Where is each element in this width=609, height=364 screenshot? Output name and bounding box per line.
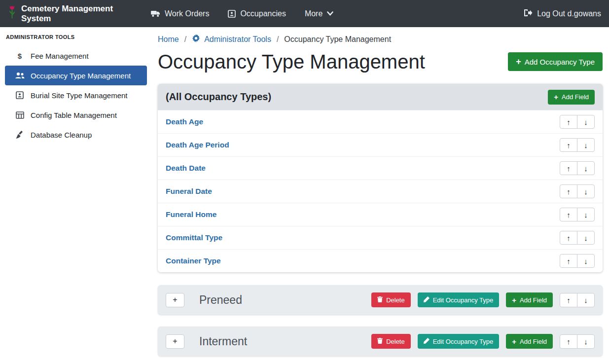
field-link[interactable]: Death Age	[166, 117, 203, 126]
move-up-button[interactable]: ↑	[560, 334, 577, 349]
reorder-buttons: ↑ ↓	[560, 231, 595, 245]
delete-label: Delete	[386, 296, 405, 304]
app-brand: Cemetery Management System	[8, 4, 144, 24]
add-field-button[interactable]: + Add Field	[548, 90, 595, 105]
tulip-logo-icon	[8, 5, 16, 22]
main-content: Home / Administrator Tools / Occupancy T…	[148, 27, 609, 364]
move-up-button[interactable]: ↑	[560, 115, 577, 129]
occupancies-icon	[228, 10, 236, 18]
move-down-button[interactable]: ↓	[577, 254, 595, 268]
move-up-button[interactable]: ↑	[560, 231, 577, 245]
field-link[interactable]: Death Date	[166, 164, 206, 173]
move-down-button[interactable]: ↓	[577, 334, 595, 349]
edit-occupancy-type-button[interactable]: Edit Occupancy Type	[418, 292, 500, 307]
edit-occupancy-type-button[interactable]: Edit Occupancy Type	[418, 334, 500, 349]
nav-more-label: More	[305, 9, 322, 18]
reorder-buttons: ↑ ↓	[560, 138, 595, 152]
field-row: Death Date ↑ ↓	[158, 156, 603, 180]
sidebar-item-database-cleanup[interactable]: Database Cleanup	[5, 125, 147, 145]
delete-button[interactable]: Delete	[371, 292, 411, 307]
field-link[interactable]: Funeral Date	[166, 187, 212, 196]
breadcrumb-home-link[interactable]: Home	[158, 35, 179, 44]
move-down-button[interactable]: ↓	[577, 208, 595, 221]
sidebar-item-label: Database Cleanup	[31, 131, 92, 139]
nav-more[interactable]: More	[298, 5, 340, 22]
field-row: Committal Type ↑ ↓	[158, 226, 603, 249]
table-icon	[15, 111, 25, 119]
section-title: Interment	[199, 335, 247, 348]
add-field-button[interactable]: + Add Field	[506, 292, 553, 307]
move-up-button[interactable]: ↑	[560, 138, 577, 152]
add-occupancy-type-button[interactable]: + Add Occupancy Type	[508, 52, 603, 71]
field-link[interactable]: Death Age Period	[166, 141, 229, 149]
sidebar-item-label: Burial Site Type Management	[31, 91, 128, 100]
plus-icon: +	[512, 338, 516, 345]
navbar-menu: Work Orders Occupancies More	[144, 5, 340, 22]
expand-button[interactable]: +	[166, 334, 184, 349]
nav-work-orders[interactable]: Work Orders	[144, 5, 216, 22]
trash-icon	[377, 296, 383, 304]
move-up-button[interactable]: ↑	[560, 208, 577, 221]
move-down-button[interactable]: ↓	[577, 138, 595, 152]
breadcrumb-admin-tools-link[interactable]: Administrator Tools	[192, 34, 271, 44]
move-down-button[interactable]: ↓	[577, 184, 595, 198]
expand-button[interactable]: +	[166, 293, 184, 307]
field-row: Death Age Period ↑ ↓	[158, 133, 603, 156]
move-down-button[interactable]: ↓	[577, 161, 595, 175]
logout-icon	[523, 9, 533, 19]
reorder-buttons: ↑ ↓	[560, 208, 595, 221]
nav-occupancies-label: Occupancies	[240, 9, 286, 18]
field-link[interactable]: Committal Type	[166, 233, 222, 242]
nav-occupancies[interactable]: Occupancies	[221, 5, 293, 22]
add-occupancy-type-label: Add Occupancy Type	[525, 58, 595, 66]
move-up-button[interactable]: ↑	[560, 293, 577, 307]
reorder-buttons: ↑ ↓	[560, 184, 595, 198]
sidebar-item-fee-management[interactable]: $ Fee Management	[5, 46, 147, 66]
breadcrumb: Home / Administrator Tools / Occupancy T…	[158, 34, 603, 44]
sidebar-item-label: Config Table Management	[31, 111, 117, 119]
move-up-button[interactable]: ↑	[560, 184, 577, 198]
trash-icon	[377, 338, 383, 345]
sidebar-item-config-table-management[interactable]: Config Table Management	[5, 105, 147, 125]
all-occupancy-types-header: (All Occupancy Types) + Add Field	[158, 84, 603, 110]
move-up-button[interactable]: ↑	[560, 161, 577, 175]
plus-icon: +	[554, 93, 558, 101]
page-title: Occupancy Type Management	[158, 50, 425, 73]
sidebar-item-burial-site-type-management[interactable]: Burial Site Type Management	[5, 85, 147, 105]
field-link[interactable]: Funeral Home	[166, 210, 216, 219]
field-link[interactable]: Container Type	[166, 256, 221, 265]
add-field-label: Add Field	[562, 93, 589, 101]
logout-button[interactable]: Log Out d.gowans	[523, 9, 601, 19]
breadcrumb-current: Occupancy Type Management	[284, 35, 391, 44]
move-down-button[interactable]: ↓	[577, 115, 595, 129]
plus-icon: +	[512, 296, 516, 304]
add-field-button[interactable]: + Add Field	[506, 334, 553, 349]
logout-label: Log Out d.gowans	[537, 9, 601, 18]
occupancy-type-section-preneed: + Preneed Delete Edit Occupancy Type + A…	[158, 285, 603, 315]
app-title: Cemetery Management System	[21, 4, 144, 24]
pencil-icon	[424, 338, 430, 345]
section-title: Preneed	[199, 293, 242, 307]
sidebar-item-occupancy-type-management[interactable]: Occupancy Type Management	[5, 66, 147, 85]
move-down-button[interactable]: ↓	[577, 231, 595, 245]
all-occupancy-types-title: (All Occupancy Types)	[166, 91, 271, 103]
delete-label: Delete	[386, 338, 405, 345]
add-field-label: Add Field	[520, 296, 547, 304]
sidebar-heading: ADMINISTRATOR TOOLS	[0, 31, 148, 46]
plus-icon: +	[516, 57, 521, 66]
breadcrumb-separator: /	[184, 35, 186, 44]
reorder-buttons: ↑ ↓	[560, 334, 595, 349]
pencil-icon	[424, 296, 430, 304]
reorder-buttons: ↑ ↓	[560, 161, 595, 175]
sidebar-item-label: Fee Management	[31, 52, 89, 60]
reorder-buttons: ↑ ↓	[560, 293, 595, 307]
move-up-button[interactable]: ↑	[560, 254, 577, 268]
field-row: Funeral Date ↑ ↓	[158, 180, 603, 203]
chevron-down-icon	[327, 11, 333, 16]
delete-button[interactable]: Delete	[371, 334, 411, 349]
breadcrumb-separator: /	[277, 35, 279, 44]
breadcrumb-admin-tools-label: Administrator Tools	[204, 35, 271, 44]
move-down-button[interactable]: ↓	[577, 293, 595, 307]
occupancy-type-section-interment: + Interment Delete Edit Occupancy Type +…	[158, 327, 603, 356]
work-orders-icon	[151, 10, 160, 17]
